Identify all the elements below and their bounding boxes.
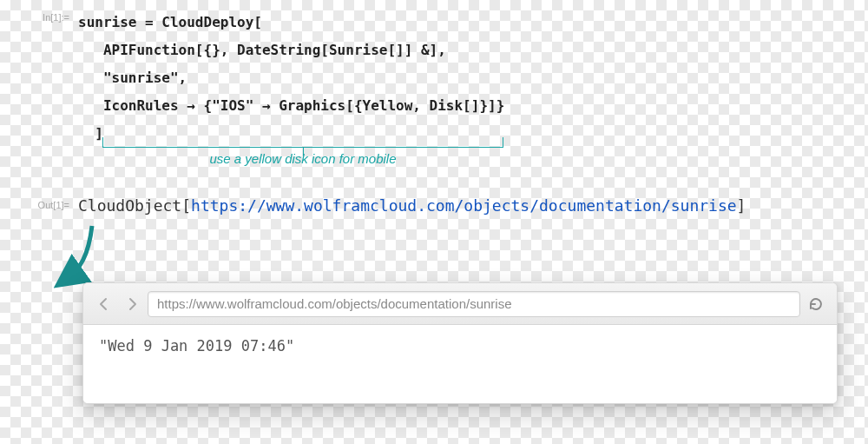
output-label: Out[1]= <box>17 196 78 210</box>
cloudobject-link[interactable]: https://www.wolframcloud.com/objects/doc… <box>191 196 737 215</box>
brace-underline <box>102 137 503 148</box>
output-body: CloudObject[https://www.wolframcloud.com… <box>78 196 851 215</box>
code-line-4: IconRules → {"IOS" → Graphics[{Yellow, D… <box>78 97 504 114</box>
page-response-text: "Wed 9 Jan 2019 07:46" <box>99 337 294 355</box>
forward-button[interactable] <box>120 292 144 316</box>
code-line-3: "sunrise", <box>78 70 187 86</box>
browser-toolbar: https://www.wolframcloud.com/objects/doc… <box>83 283 837 325</box>
code-line-5: ] <box>78 125 103 142</box>
bracket-close: ] <box>737 196 746 215</box>
browser-viewport: "Wed 9 Jan 2019 07:46" <box>83 325 837 403</box>
arrow-left-icon <box>97 297 111 311</box>
code-block[interactable]: sunrise = CloudDeploy[ APIFunction[{}, D… <box>78 9 851 148</box>
input-cell: In[1]:= sunrise = CloudDeploy[ APIFuncti… <box>17 9 851 191</box>
arrow-right-icon <box>125 297 139 311</box>
reload-icon <box>808 296 824 312</box>
back-button[interactable] <box>92 292 116 316</box>
browser-window: https://www.wolframcloud.com/objects/doc… <box>82 282 838 404</box>
annotation-group: use a yellow disk icon for mobile <box>102 148 851 191</box>
address-bar[interactable]: https://www.wolframcloud.com/objects/doc… <box>148 291 800 317</box>
code-line-1: sunrise = CloudDeploy[ <box>78 14 262 30</box>
reload-button[interactable] <box>804 292 828 316</box>
output-cell: Out[1]= CloudObject[https://www.wolframc… <box>17 196 851 215</box>
code-line-2: APIFunction[{}, DateString[Sunrise[]] &]… <box>78 42 446 58</box>
address-text: https://www.wolframcloud.com/objects/doc… <box>157 296 512 311</box>
cloudobject-head: CloudObject <box>78 196 181 215</box>
bracket-open: [ <box>181 196 191 215</box>
input-label: In[1]:= <box>17 9 78 23</box>
annotation-text: use a yellow disk icon for mobile <box>102 151 503 166</box>
